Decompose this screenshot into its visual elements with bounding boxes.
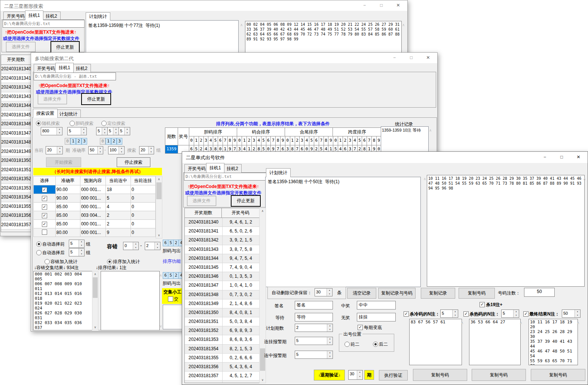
draw-row[interactable]: 2024031813433, 8, 7, 5, 8 bbox=[185, 245, 259, 254]
spinner-arrows[interactable] bbox=[79, 240, 84, 247]
tolerance-result-list[interactable]: 000 001 002 003 004 005 006 007 008 009 … bbox=[33, 271, 93, 330]
spin-up-icon[interactable] bbox=[119, 147, 124, 150]
close-icon[interactable]: ✕ bbox=[570, 152, 587, 163]
result-row[interactable]: 85.00000 001... 40 bbox=[34, 203, 156, 211]
scroll-up-icon[interactable] bbox=[92, 271, 98, 277]
spinner-arrows[interactable] bbox=[327, 351, 333, 358]
spin-down-icon[interactable] bbox=[327, 355, 333, 358]
draw-row[interactable]: 2024031813457, 4, 9, 0, 4 bbox=[185, 263, 259, 272]
spinner-arrows[interactable] bbox=[79, 249, 84, 256]
spin-down-icon[interactable] bbox=[125, 131, 130, 135]
digit-button-3[interactable]: 3 bbox=[82, 138, 87, 145]
draw-row[interactable]: 2024031813471, 0, 4, 1, 0 bbox=[185, 281, 259, 290]
output-numbers-box[interactable]: 10 11 16 17 18 19 20 23 24 25 26 28 29 3… bbox=[427, 175, 585, 287]
win-field[interactable]: 中中 bbox=[357, 301, 396, 309]
tab-draw-numbers[interactable]: 开奖号码 bbox=[184, 164, 209, 173]
minimize-icon[interactable]: − bbox=[356, 0, 373, 10]
spin-down-icon[interactable] bbox=[575, 314, 580, 317]
scroll-thumb[interactable] bbox=[93, 277, 98, 298]
spin-down-icon[interactable] bbox=[79, 244, 84, 247]
position-search-radio[interactable] bbox=[101, 121, 107, 126]
spin-up-icon[interactable] bbox=[327, 337, 333, 341]
spin-up-icon[interactable] bbox=[102, 127, 107, 131]
spinner-arrows[interactable] bbox=[97, 147, 103, 154]
file-path-field[interactable]: D:\奇趣腾讯分分彩.txt bbox=[184, 173, 267, 181]
stop-update-button[interactable]: 停止更新 bbox=[81, 93, 111, 105]
draw-row[interactable]: 2024031813550, 2, 6, 6, 6 bbox=[185, 354, 259, 363]
sliver-list-box[interactable] bbox=[163, 305, 183, 329]
spin-down-icon[interactable] bbox=[102, 131, 107, 135]
maximize-icon[interactable]: □ bbox=[553, 152, 570, 163]
copy-numbers-button-2[interactable]: 复制号码 bbox=[472, 369, 526, 381]
plan-periods-spinner[interactable]: 2 bbox=[295, 324, 333, 332]
period-row[interactable]: 202403181341 bbox=[1, 74, 31, 83]
period-row[interactable]: 202403181352 bbox=[1, 175, 31, 184]
digit-button-0[interactable]: 0 bbox=[65, 138, 70, 145]
lose-field[interactable]: 挂挂 bbox=[357, 313, 396, 321]
period-row[interactable]: 202403181344 bbox=[1, 101, 31, 111]
close-icon[interactable]: ✕ bbox=[420, 53, 437, 63]
spinner-arrows[interactable] bbox=[154, 242, 160, 250]
row-checkbox[interactable] bbox=[42, 230, 47, 235]
spin-up-icon[interactable] bbox=[81, 127, 86, 131]
spinner-arrows[interactable] bbox=[124, 127, 130, 135]
change-base-checkbox[interactable] bbox=[358, 325, 363, 330]
accuracy-max-spinner[interactable]: 100 bbox=[108, 146, 125, 154]
result-row[interactable]: 80.00000 001... 90 bbox=[34, 228, 156, 237]
spinner-arrows[interactable] bbox=[452, 310, 458, 317]
result-table-scrollbar[interactable] bbox=[156, 176, 162, 238]
intersection-checkbox[interactable] bbox=[168, 296, 173, 302]
select-file-button[interactable]: 选择文件 bbox=[187, 196, 216, 206]
draw-row[interactable]: 2024031813515, 0, 3, 8, 4 bbox=[185, 317, 259, 326]
maximize-icon[interactable]: □ bbox=[373, 0, 390, 10]
draw-row[interactable]: 2024031813538, 6, 8, 3, 6 bbox=[185, 335, 259, 344]
hit-alarm-spinner[interactable]: 5 bbox=[295, 351, 333, 359]
titlebar[interactable]: 二星三星图形搜索 − □ ✕ bbox=[0, 0, 407, 11]
auto-front-radio[interactable] bbox=[36, 241, 42, 247]
final-numbers-list[interactable]: 10 11 16 17 18 19 20 23 24 25 26 28 29 3… bbox=[529, 319, 578, 365]
spinner-arrows[interactable] bbox=[102, 127, 107, 135]
spinner-arrows[interactable] bbox=[513, 310, 519, 317]
spin-up-icon[interactable] bbox=[327, 324, 333, 328]
spin-down-icon[interactable] bbox=[327, 341, 333, 345]
exec-verify-button[interactable]: 执行验证 bbox=[379, 370, 408, 381]
stop-search-button[interactable]: 停止搜索 bbox=[117, 157, 150, 167]
draw-row[interactable]: 2024031813409, 4, 6, 1, 2 bbox=[185, 218, 259, 227]
tab-plan-stats[interactable]: 计划统计 bbox=[56, 110, 81, 118]
draw-row[interactable]: 2024031813449, 4, 7, 5, 4 bbox=[185, 254, 259, 263]
spinner-arrows[interactable] bbox=[327, 324, 333, 332]
stat-record-box[interactable]: 1359-1359 10注 等待 bbox=[381, 126, 429, 153]
row-checkbox[interactable] bbox=[42, 222, 47, 227]
sliver-cell[interactable]: 2 bbox=[173, 240, 179, 246]
copy-numbers-button[interactable]: 复制号码 bbox=[459, 288, 495, 299]
draw-row[interactable]: 2024031813423, 9, 2, 1, 5 bbox=[185, 236, 259, 245]
spin-up-icon[interactable] bbox=[327, 289, 332, 292]
tab-hang1[interactable]: 挂机1 bbox=[55, 63, 74, 73]
auto-front-spinner[interactable]: 5 bbox=[69, 240, 85, 248]
tab-draw-numbers[interactable]: 开奖号码 bbox=[3, 12, 28, 20]
spin-down-icon[interactable] bbox=[327, 292, 332, 296]
period-row[interactable]: 202403181348 bbox=[1, 138, 31, 147]
count-spinner[interactable]: 5 bbox=[67, 127, 87, 135]
keep-records-spinner[interactable]: 30 bbox=[315, 288, 333, 296]
candidate-numbers-box[interactable]: 00 02 04 05 06 08 09 12 14 15 16 17 18 1… bbox=[245, 21, 402, 54]
spin-up-icon[interactable] bbox=[98, 147, 103, 150]
period-row[interactable]: 202403181340 bbox=[1, 65, 31, 74]
scroll-left-icon[interactable] bbox=[423, 177, 426, 181]
row-checkbox[interactable] bbox=[42, 204, 47, 210]
copy-records-button[interactable]: 复制记录 bbox=[421, 288, 455, 299]
result-row[interactable]: 85.00000 001... 20 bbox=[34, 220, 156, 228]
tab-plan-stats[interactable]: 计划统计 bbox=[86, 12, 110, 21]
scroll-left-icon[interactable] bbox=[240, 23, 243, 27]
random-search-radio[interactable] bbox=[36, 121, 41, 126]
clear-records-button[interactable]: 清空记录 bbox=[347, 288, 376, 299]
tolerance-max-spinner[interactable]: 2 bbox=[145, 242, 160, 250]
select-file-button[interactable]: 选择文件 bbox=[6, 42, 36, 52]
scroll-down-icon[interactable] bbox=[92, 324, 98, 330]
sliver-cell[interactable]: 5 bbox=[168, 240, 174, 246]
spin-up-icon[interactable] bbox=[125, 127, 130, 131]
result-row[interactable]: 85.00003 004... 20 bbox=[34, 211, 156, 220]
tab-hang1[interactable]: 挂机1 bbox=[25, 10, 43, 20]
draw-row[interactable]: 2024031813574, 5, 1, 2, 7 bbox=[185, 372, 259, 381]
hot-numbers-list[interactable]: 36 53 66 64 27 bbox=[469, 319, 521, 365]
